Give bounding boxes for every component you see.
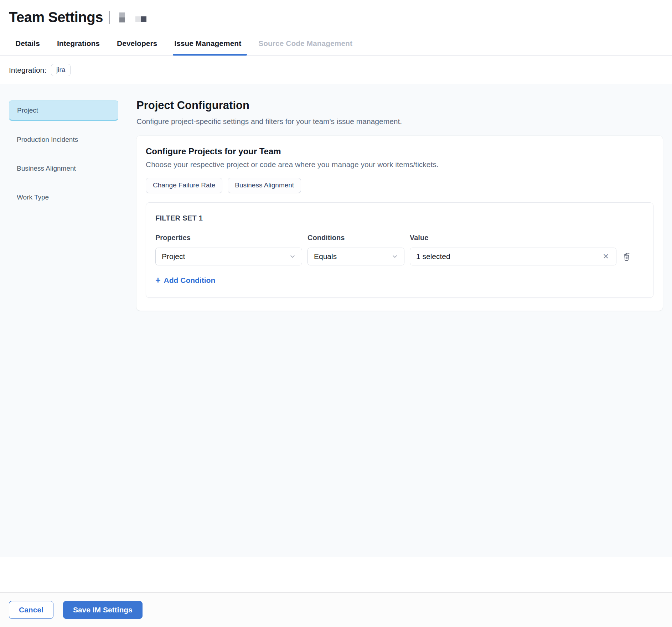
sidebar-item-business-alignment[interactable]: Business Alignment: [9, 158, 118, 178]
metric-chip-row: Change Failure Rate Business Alignment: [146, 178, 653, 193]
delete-filter-button[interactable]: [622, 252, 631, 261]
card-subtitle: Choose your respective project or code a…: [146, 160, 653, 169]
add-condition-label: Add Condition: [164, 276, 216, 285]
footer-actions: Cancel Save IM Settings: [0, 592, 672, 627]
tab-issue-management[interactable]: Issue Management: [174, 31, 242, 55]
chevron-down-icon: [289, 253, 296, 260]
sidebar-item-production-incidents[interactable]: Production Incidents: [9, 129, 118, 150]
properties-select-value: Project: [162, 252, 185, 261]
bottom-spacer: [0, 557, 672, 592]
add-condition-button[interactable]: + Add Condition: [155, 276, 215, 285]
column-label-conditions: Conditions: [307, 234, 404, 242]
column-label-properties: Properties: [155, 234, 302, 242]
tab-developers[interactable]: Developers: [116, 31, 158, 55]
trash-icon: [622, 252, 631, 261]
integration-chip-jira[interactable]: jira: [51, 64, 71, 76]
card-title: Configure Projects for your Team: [146, 146, 653, 156]
configure-projects-card: Configure Projects for your Team Choose …: [136, 136, 663, 311]
cancel-button[interactable]: Cancel: [9, 601, 53, 619]
plus-icon: +: [155, 276, 161, 285]
sidebar-item-project[interactable]: Project: [9, 100, 118, 121]
integration-label: Integration:: [9, 66, 46, 74]
settings-tabbar: Details Integrations Developers Issue Ma…: [0, 31, 672, 56]
conditions-select[interactable]: Equals: [307, 248, 404, 265]
chip-change-failure-rate[interactable]: Change Failure Rate: [146, 178, 222, 193]
filter-set-1: FILTER SET 1 Properties Conditions Value…: [146, 202, 653, 298]
section-subtitle: Configure project-specific settings and …: [136, 117, 663, 126]
chevron-down-icon: [391, 253, 398, 260]
filter-set-title: FILTER SET 1: [155, 214, 644, 222]
tab-integrations[interactable]: Integrations: [56, 31, 100, 55]
page-header: Team Settings: [0, 0, 672, 31]
main-panel: Project Configuration Configure project-…: [127, 84, 672, 557]
content-area: Project Production Incidents Business Al…: [0, 84, 672, 557]
chip-business-alignment[interactable]: Business Alignment: [228, 178, 301, 193]
properties-select[interactable]: Project: [155, 248, 302, 265]
tab-details[interactable]: Details: [15, 31, 41, 55]
save-im-settings-button[interactable]: Save IM Settings: [63, 601, 143, 619]
column-label-value: Value: [410, 234, 616, 242]
filter-row: Properties Conditions Value Project Equa…: [155, 234, 644, 265]
sidebar-item-work-type[interactable]: Work Type: [9, 187, 118, 207]
conditions-select-value: Equals: [314, 252, 337, 261]
redacted-team-badge: [119, 12, 125, 22]
page-title: Team Settings: [9, 9, 103, 25]
integration-row: Integration: jira: [0, 56, 672, 84]
section-title: Project Configuration: [136, 99, 663, 112]
title-separator: [109, 11, 110, 24]
clear-value-icon[interactable]: ✕: [601, 252, 610, 261]
settings-sidebar: Project Production Incidents Business Al…: [0, 84, 127, 557]
tab-source-code-management[interactable]: Source Code Management: [258, 31, 353, 55]
value-select-text: 1 selected: [416, 252, 450, 261]
value-multiselect[interactable]: 1 selected ✕: [410, 248, 616, 265]
redacted-team-name: [135, 16, 146, 22]
